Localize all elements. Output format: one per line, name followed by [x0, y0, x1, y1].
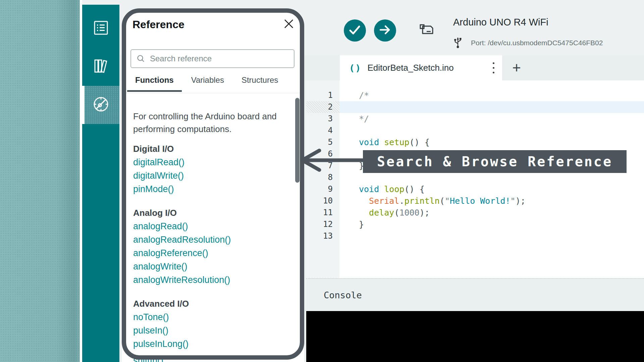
arrow-right-icon	[374, 19, 396, 42]
reference-link[interactable]: shiftIn()	[133, 354, 287, 362]
close-button[interactable]	[282, 18, 296, 31]
main-sidebar	[82, 5, 119, 362]
reference-link[interactable]: analogRead()	[133, 220, 287, 233]
line-number: 7	[313, 160, 333, 172]
editor-gutter: 12345678910111213	[306, 80, 339, 278]
line-number: 8	[313, 172, 333, 183]
reference-link[interactable]: noTone()	[133, 310, 287, 324]
reference-panel: Reference Functions Variables Structures…	[122, 8, 304, 362]
console-label: Console	[324, 290, 362, 300]
new-tab-button[interactable]: +	[508, 60, 525, 76]
line-number: 6	[313, 148, 333, 160]
library-books-icon	[92, 57, 110, 76]
tabs-underline	[122, 93, 304, 93]
code-line: */	[359, 113, 369, 125]
sketch-tab[interactable]: () EditorBeta_Sketch.ino	[340, 55, 502, 80]
line-number: 12	[313, 219, 333, 230]
sidebar-divider	[80, 0, 82, 362]
reference-description: For controlling the Arduino board and pe…	[133, 110, 291, 135]
check-icon	[344, 19, 366, 42]
reference-link[interactable]: pulseIn()	[133, 324, 287, 337]
sidebar-item-sketchbook[interactable]	[82, 9, 119, 48]
code-line: void setup() {	[359, 136, 430, 148]
reference-link[interactable]: digitalWrite()	[133, 169, 287, 182]
line-number: 3	[313, 113, 333, 125]
tab-menu-kebab-icon[interactable]	[487, 59, 500, 77]
reference-link[interactable]: analogReadResolution()	[133, 233, 287, 246]
port-row: Port: /dev/cu.usbmodemDC5475C46FB02	[453, 36, 603, 50]
reference-tabs: Functions Variables Structures	[134, 75, 279, 92]
port-label: Port: /dev/cu.usbmodemDC5475C46FB02	[471, 39, 603, 47]
reference-link[interactable]: analogWrite()	[133, 260, 287, 273]
reference-link[interactable]: pulseInLong()	[133, 337, 287, 351]
code-brackets-icon: ()	[349, 63, 362, 73]
callout-label: Search & Browse Reference	[363, 150, 627, 173]
reference-link[interactable]: pinMode()	[133, 182, 287, 196]
code-editor[interactable]: /**/void setup() { Serial.begin(9600);}v…	[339, 80, 644, 278]
tab-functions[interactable]: Functions	[127, 75, 182, 92]
reference-section-title: Digital I/O	[133, 142, 287, 156]
sidebar-item-reference[interactable]	[82, 86, 119, 124]
sketch-list-icon	[93, 20, 109, 37]
reference-search	[130, 49, 294, 68]
line-number: 2	[313, 101, 333, 113]
reference-link[interactable]: digitalRead()	[133, 156, 287, 169]
verify-button[interactable]	[344, 19, 366, 42]
panel-title: Reference	[132, 18, 184, 31]
tab-structures[interactable]: Structures	[240, 75, 279, 92]
search-icon	[137, 54, 145, 63]
line-number: 13	[313, 230, 333, 242]
reference-link[interactable]: analogWriteResolution()	[133, 273, 287, 287]
line-number: 4	[313, 125, 333, 136]
line-number: 1	[313, 89, 333, 101]
code-line: /*	[359, 89, 369, 101]
search-input[interactable]	[149, 54, 294, 64]
console-header[interactable]: Console	[306, 279, 644, 311]
line-number: 9	[313, 183, 333, 195]
code-line: void loop() {	[359, 183, 425, 195]
line-number: 5	[313, 136, 333, 148]
board-selector[interactable]	[418, 21, 437, 40]
code-line: Serial.println("Hello World!");	[359, 195, 526, 207]
arduino-cloud-editor: { "colors": { "accent_teal": "#00767c", …	[0, 0, 644, 362]
code-line: delay(1000);	[359, 207, 430, 219]
reference-link[interactable]: analogReference()	[133, 246, 287, 260]
code-line: }	[359, 219, 364, 230]
current-line-highlight	[339, 101, 644, 113]
sidebar-item-library[interactable]	[82, 48, 119, 86]
tab-variables[interactable]: Variables	[190, 75, 225, 92]
line-number: 11	[313, 207, 333, 219]
upload-button[interactable]	[374, 19, 396, 42]
console-output	[306, 311, 644, 362]
usb-icon	[453, 36, 463, 50]
sketch-tab-label: EditorBeta_Sketch.ino	[368, 63, 487, 73]
board-icon	[418, 35, 437, 41]
line-number: 10	[313, 195, 333, 207]
background-strip	[0, 0, 80, 362]
scrollbar-thumb[interactable]	[295, 98, 300, 183]
reference-section-title: Analog I/O	[133, 206, 287, 220]
board-name: Arduino UNO R4 WiFi	[453, 17, 548, 28]
close-icon	[283, 18, 294, 31]
reference-list: Digital I/OdigitalRead()digitalWrite()pi…	[133, 142, 287, 362]
reference-section-title: Advanced I/O	[133, 297, 287, 310]
